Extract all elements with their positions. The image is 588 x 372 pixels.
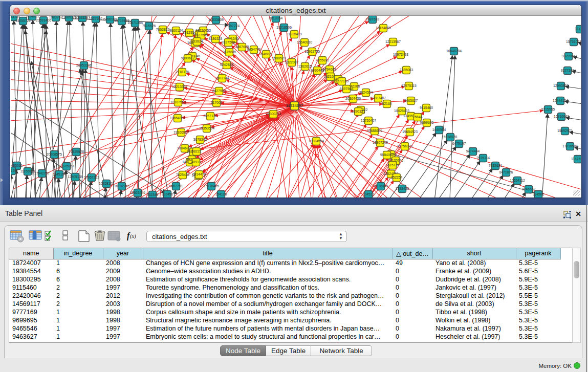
svg-text:1440954: 1440954 [432, 128, 446, 132]
svg-text:1733426: 1733426 [396, 187, 409, 190]
svg-text:9115460: 9115460 [420, 106, 433, 110]
svg-text:154126: 154126 [215, 192, 227, 196]
svg-text:10973493: 10973493 [393, 53, 408, 56]
svg-text:333824: 333824 [191, 39, 203, 43]
svg-text:252254: 252254 [391, 176, 403, 179]
svg-text:9242848: 9242848 [220, 63, 234, 67]
svg-text:1983752: 1983752 [49, 16, 63, 19]
svg-text:9084067: 9084067 [380, 153, 394, 157]
svg-text:992345: 992345 [147, 193, 159, 196]
svg-text:5938928: 5938928 [444, 135, 458, 139]
svg-text:(x): (x) [130, 233, 136, 239]
svg-text:5322037: 5322037 [285, 60, 299, 64]
svg-text:12505135: 12505135 [68, 175, 83, 179]
svg-text:1362615: 1362615 [298, 64, 312, 68]
svg-text:7357224: 7357224 [226, 24, 240, 28]
svg-text:19756928: 19756928 [397, 144, 412, 148]
svg-text:8267130: 8267130 [204, 114, 217, 118]
svg-text:16648784: 16648784 [446, 49, 462, 53]
svg-text:6794028: 6794028 [323, 68, 337, 71]
svg-text:2935114: 2935114 [476, 156, 490, 160]
svg-text:892450: 892450 [162, 192, 173, 196]
svg-text:9660124: 9660124 [169, 29, 183, 32]
svg-text:16033809: 16033809 [208, 18, 224, 21]
svg-text:9146821: 9146821 [259, 52, 273, 56]
svg-text:9457791: 9457791 [169, 184, 183, 188]
svg-text:8471676: 8471676 [499, 170, 513, 174]
svg-text:16961755: 16961755 [304, 50, 320, 53]
svg-text:19654923: 19654923 [402, 130, 418, 134]
svg-text:11123: 11123 [575, 27, 581, 31]
svg-text:10807487: 10807487 [371, 96, 386, 100]
svg-text:3678342: 3678342 [193, 138, 207, 141]
svg-text:20364436: 20364436 [345, 97, 361, 100]
svg-text:2087682: 2087682 [366, 17, 380, 21]
svg-text:1615132: 1615132 [386, 163, 400, 167]
svg-text:1167534: 1167534 [571, 157, 581, 161]
svg-text:9777169: 9777169 [335, 79, 349, 83]
svg-text:10958107: 10958107 [99, 182, 114, 185]
svg-text:1054821: 1054821 [26, 16, 39, 18]
svg-text:2718176: 2718176 [176, 70, 189, 74]
svg-text:12213369: 12213369 [172, 85, 187, 89]
svg-text:6497568: 6497568 [340, 87, 354, 91]
svg-text:10653287: 10653287 [75, 16, 90, 19]
svg-text:9699695: 9699695 [420, 121, 434, 124]
svg-text:317004: 317004 [211, 101, 223, 104]
svg-text:48913: 48913 [191, 160, 201, 164]
svg-text:104523: 104523 [363, 192, 375, 196]
svg-text:26053346: 26053346 [76, 63, 92, 67]
svg-text:15136141: 15136141 [373, 184, 388, 188]
svg-text:11325419: 11325419 [287, 32, 302, 36]
svg-text:7632621: 7632621 [489, 164, 503, 167]
svg-text:10025433: 10025433 [394, 109, 409, 113]
svg-text:17359928: 17359928 [69, 150, 84, 154]
svg-text:17016504: 17016504 [562, 144, 578, 148]
svg-text:3624554: 3624554 [359, 91, 373, 94]
svg-text:9227349: 9227349 [561, 69, 575, 72]
svg-text:12444154: 12444154 [553, 99, 568, 102]
svg-text:10654112: 10654112 [510, 179, 525, 182]
svg-text:75644: 75644 [413, 115, 423, 119]
svg-text:39159: 39159 [11, 169, 17, 172]
svg-text:8215955: 8215955 [541, 107, 555, 111]
svg-text:1145194: 1145194 [53, 172, 66, 176]
svg-text:9899612: 9899612 [181, 56, 195, 60]
svg-text:9474444: 9474444 [466, 149, 480, 153]
svg-text:7625402: 7625402 [176, 173, 190, 177]
svg-text:16640910: 16640910 [297, 40, 312, 44]
svg-text:7955812: 7955812 [316, 58, 330, 62]
svg-text:58222: 58222 [192, 149, 202, 153]
svg-text:18807249: 18807249 [373, 141, 388, 144]
svg-text:62160: 62160 [382, 102, 392, 105]
svg-text:7485063: 7485063 [400, 68, 413, 72]
svg-text:924506: 924506 [533, 192, 545, 196]
svg-text:12975115: 12975115 [401, 84, 417, 87]
svg-text:9329966: 9329966 [562, 54, 576, 58]
svg-text:15751074: 15751074 [566, 40, 581, 43]
svg-text:10688609: 10688609 [367, 129, 382, 133]
svg-text:10671355: 10671355 [127, 21, 143, 25]
svg-text:16210643: 16210643 [554, 115, 569, 118]
svg-text:6479197: 6479197 [452, 142, 466, 145]
svg-text:20691406: 20691406 [36, 18, 51, 22]
svg-text:1527602: 1527602 [89, 17, 103, 20]
svg-text:8186328: 8186328 [209, 37, 223, 40]
svg-text:9245652: 9245652 [522, 187, 536, 191]
svg-text:15716485: 15716485 [204, 184, 219, 188]
svg-text:3675685: 3675685 [223, 50, 236, 54]
svg-text:25300213: 25300213 [266, 112, 281, 116]
svg-text:16154808: 16154808 [376, 26, 391, 30]
svg-text:16782759: 16782759 [114, 184, 129, 188]
svg-text:19384554: 19384554 [309, 139, 324, 143]
svg-text:15353594: 15353594 [199, 126, 214, 130]
svg-text:19218506: 19218506 [276, 26, 292, 29]
svg-text:12213967: 12213967 [385, 40, 401, 43]
svg-text:12093852: 12093852 [553, 84, 569, 87]
svg-text:17942757: 17942757 [34, 171, 50, 175]
svg-text:19166827: 19166827 [173, 130, 189, 134]
svg-text:12923446: 12923446 [130, 191, 145, 194]
svg-text:8427552: 8427552 [212, 89, 226, 93]
svg-text:9327508: 9327508 [222, 40, 235, 44]
svg-text:19654985: 19654985 [170, 116, 185, 120]
